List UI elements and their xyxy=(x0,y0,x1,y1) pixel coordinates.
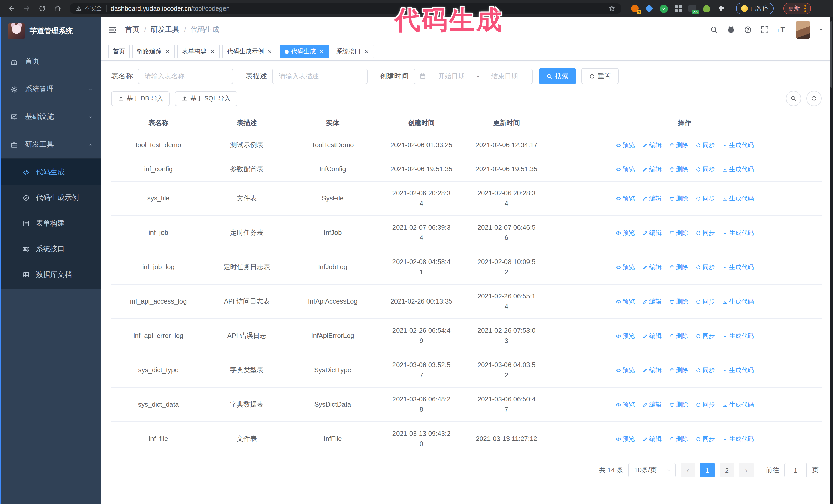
delete-link[interactable]: 删除 xyxy=(669,164,688,174)
browser-update-button[interactable]: 更新 xyxy=(783,3,811,14)
sync-link[interactable]: 同步 xyxy=(695,331,715,341)
delete-link[interactable]: 删除 xyxy=(669,365,688,375)
edit-link[interactable]: 编辑 xyxy=(642,140,662,150)
tag-item[interactable]: 代码生成示例 xyxy=(222,45,277,58)
preview-link[interactable]: 预览 xyxy=(615,140,635,150)
avatar-caret-down-icon[interactable] xyxy=(819,27,824,32)
preview-link[interactable]: 预览 xyxy=(615,400,635,410)
generate-code-link[interactable]: 生成代码 xyxy=(722,365,754,375)
address-bar[interactable]: 不安全 dashboard.yudao.iocoder.cn/tool/code… xyxy=(70,3,621,14)
edit-link[interactable]: 编辑 xyxy=(642,296,662,307)
search-icon[interactable] xyxy=(710,26,718,34)
date-range-picker[interactable]: 开始日期 - 结束日期 xyxy=(414,68,532,84)
preview-link[interactable]: 预览 xyxy=(615,365,635,375)
sync-link[interactable]: 同步 xyxy=(695,227,715,238)
sidebar-menu-item[interactable]: 系统管理 xyxy=(0,75,101,103)
refresh-table-button[interactable] xyxy=(806,91,822,106)
edit-link[interactable]: 编辑 xyxy=(642,400,662,410)
github-icon[interactable] xyxy=(727,26,735,34)
tag-item[interactable]: 代码生成 xyxy=(280,45,329,58)
generate-code-link[interactable]: 生成代码 xyxy=(722,331,754,341)
tag-close-icon[interactable] xyxy=(319,49,325,54)
edit-link[interactable]: 编辑 xyxy=(642,227,662,238)
security-chip[interactable]: 不安全 xyxy=(76,5,102,12)
sidebar-submenu-item[interactable]: 代码生成示例 xyxy=(0,185,101,211)
edit-link[interactable]: 编辑 xyxy=(642,164,662,174)
tag-item[interactable]: 系统接口 xyxy=(332,45,374,58)
delete-link[interactable]: 删除 xyxy=(669,193,688,203)
sidebar-submenu-item[interactable]: 数据库文档 xyxy=(0,262,101,288)
preview-link[interactable]: 预览 xyxy=(615,227,635,238)
edit-link[interactable]: 编辑 xyxy=(642,365,662,375)
extension-icon-check[interactable] xyxy=(659,4,668,13)
delete-link[interactable]: 删除 xyxy=(669,400,688,410)
hamburger-icon[interactable] xyxy=(108,25,117,34)
sidebar-submenu-item[interactable]: 系统接口 xyxy=(0,236,101,262)
forward-icon[interactable] xyxy=(21,2,33,15)
generate-code-link[interactable]: 生成代码 xyxy=(722,193,754,203)
sync-link[interactable]: 同步 xyxy=(695,400,715,410)
tag-close-icon[interactable] xyxy=(364,49,370,54)
sidebar-submenu-item[interactable]: 表单构建 xyxy=(0,211,101,236)
delete-link[interactable]: 删除 xyxy=(669,434,688,444)
sync-link[interactable]: 同步 xyxy=(695,140,715,150)
help-icon[interactable] xyxy=(744,26,752,34)
generate-code-link[interactable]: 生成代码 xyxy=(722,400,754,410)
breadcrumb-devtools[interactable]: 研发工具 xyxy=(151,25,180,34)
import-db-button[interactable]: 基于 DB 导入 xyxy=(111,91,170,106)
preview-link[interactable]: 预览 xyxy=(615,296,635,307)
page-number-button[interactable]: 2 xyxy=(720,463,734,477)
tag-close-icon[interactable] xyxy=(267,49,273,54)
sync-link[interactable]: 同步 xyxy=(695,262,715,272)
puzzle-extensions-icon[interactable] xyxy=(717,4,725,13)
preview-link[interactable]: 预览 xyxy=(615,331,635,341)
generate-code-link[interactable]: 生成代码 xyxy=(722,164,754,174)
extension-icon-orange[interactable]: 1 xyxy=(630,4,639,13)
tag-item[interactable]: 表单构建 xyxy=(177,45,220,58)
generate-code-link[interactable]: 生成代码 xyxy=(722,296,754,307)
extension-icon-drop[interactable] xyxy=(645,4,653,13)
breadcrumb-home[interactable]: 首页 xyxy=(125,25,139,34)
table-name-input[interactable] xyxy=(138,68,233,84)
goto-page-input[interactable] xyxy=(784,463,807,477)
preview-link[interactable]: 预览 xyxy=(615,434,635,444)
sidebar-menu-item[interactable]: 研发工具 xyxy=(0,131,101,159)
extension-icon-dark[interactable]: on xyxy=(688,4,697,13)
delete-link[interactable]: 删除 xyxy=(669,227,688,238)
delete-link[interactable]: 删除 xyxy=(669,262,688,272)
reset-button[interactable]: 重置 xyxy=(581,68,619,84)
generate-code-link[interactable]: 生成代码 xyxy=(722,227,754,238)
sync-link[interactable]: 同步 xyxy=(695,434,715,444)
browser-scrollbar[interactable] xyxy=(830,17,833,504)
page-number-button[interactable]: 1 xyxy=(700,463,715,477)
tag-close-icon[interactable] xyxy=(210,49,215,54)
preview-link[interactable]: 预览 xyxy=(615,262,635,272)
tag-close-icon[interactable] xyxy=(165,49,170,54)
sync-link[interactable]: 同步 xyxy=(695,365,715,375)
fullscreen-icon[interactable] xyxy=(761,26,769,34)
sidebar-menu-item[interactable]: 首页 xyxy=(0,48,101,75)
edit-link[interactable]: 编辑 xyxy=(642,262,662,272)
home-icon[interactable] xyxy=(51,2,64,15)
edit-link[interactable]: 编辑 xyxy=(642,434,662,444)
tag-item[interactable]: 首页 xyxy=(108,45,130,58)
delete-link[interactable]: 删除 xyxy=(669,140,688,150)
fontsize-icon[interactable]: tT xyxy=(778,26,787,34)
next-page-button[interactable]: › xyxy=(739,463,754,477)
generate-code-link[interactable]: 生成代码 xyxy=(722,140,754,150)
table-desc-input[interactable] xyxy=(272,68,367,84)
paused-extension-pill[interactable]: 已暂停 xyxy=(736,3,773,14)
import-sql-button[interactable]: 基于 SQL 导入 xyxy=(175,91,237,106)
bookmark-star-icon[interactable] xyxy=(609,5,615,12)
show-search-button[interactable] xyxy=(786,91,801,106)
tag-item[interactable]: 链路追踪 xyxy=(132,45,175,58)
sidebar-submenu-item[interactable]: 代码生成 xyxy=(0,160,101,185)
browser-menu-icon[interactable] xyxy=(804,5,806,12)
prev-page-button[interactable]: ‹ xyxy=(681,463,695,477)
generate-code-link[interactable]: 生成代码 xyxy=(722,262,754,272)
reload-icon[interactable] xyxy=(36,2,48,15)
sync-link[interactable]: 同步 xyxy=(695,193,715,203)
extension-icon-grid[interactable] xyxy=(673,4,682,13)
back-icon[interactable] xyxy=(5,2,18,15)
extension-icon-green-figure[interactable] xyxy=(702,4,711,13)
